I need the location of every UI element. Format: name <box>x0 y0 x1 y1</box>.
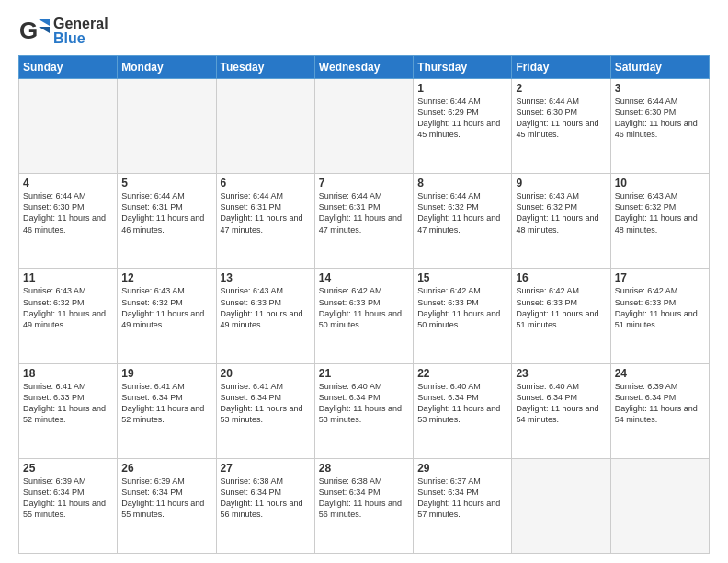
cell-content: Sunrise: 6:38 AMSunset: 6:34 PMDaylight:… <box>319 476 409 521</box>
calendar-cell <box>512 458 610 553</box>
calendar-week-2: 11Sunrise: 6:43 AMSunset: 6:32 PMDayligh… <box>19 269 710 363</box>
calendar-cell: 17Sunrise: 6:42 AMSunset: 6:33 PMDayligh… <box>610 269 709 363</box>
day-number: 8 <box>417 177 507 190</box>
cell-content: Sunrise: 6:44 AMSunset: 6:31 PMDaylight:… <box>121 190 211 236</box>
calendar-cell: 6Sunrise: 6:44 AMSunset: 6:31 PMDaylight… <box>216 174 314 269</box>
day-number: 1 <box>417 82 507 95</box>
day-number: 25 <box>23 462 113 475</box>
calendar-header-thursday: Thursday <box>414 56 512 79</box>
logo-blue-text: Blue <box>53 30 108 47</box>
calendar-week-4: 25Sunrise: 6:39 AMSunset: 6:34 PMDayligh… <box>19 458 710 553</box>
cell-content: Sunrise: 6:43 AMSunset: 6:32 PMDaylight:… <box>615 190 705 236</box>
page: G General Blue SundayMondayTuesdayWednes… <box>0 0 728 563</box>
calendar-cell: 19Sunrise: 6:41 AMSunset: 6:34 PMDayligh… <box>118 363 216 458</box>
cell-content: Sunrise: 6:40 AMSunset: 6:34 PMDaylight:… <box>516 381 606 426</box>
day-number: 18 <box>23 367 113 380</box>
svg-marker-1 <box>39 19 50 26</box>
day-number: 23 <box>516 367 606 380</box>
header: G General Blue <box>18 15 710 48</box>
calendar-cell: 3Sunrise: 6:44 AMSunset: 6:30 PMDaylight… <box>610 79 709 174</box>
cell-content: Sunrise: 6:37 AMSunset: 6:34 PMDaylight:… <box>417 476 507 521</box>
cell-content: Sunrise: 6:43 AMSunset: 6:32 PMDaylight:… <box>516 190 606 236</box>
logo-svg: G <box>18 15 51 48</box>
calendar-cell: 18Sunrise: 6:41 AMSunset: 6:33 PMDayligh… <box>19 363 118 458</box>
day-number: 24 <box>615 367 705 380</box>
day-number: 15 <box>417 271 507 284</box>
calendar-header-sunday: Sunday <box>19 56 118 79</box>
day-number: 7 <box>319 177 409 190</box>
calendar-cell <box>216 79 314 174</box>
calendar-cell <box>19 79 118 174</box>
day-number: 16 <box>516 271 606 284</box>
cell-content: Sunrise: 6:41 AMSunset: 6:33 PMDaylight:… <box>23 381 113 426</box>
day-number: 21 <box>319 367 409 380</box>
logo: G General Blue <box>18 15 108 48</box>
day-number: 19 <box>121 367 211 380</box>
day-number: 13 <box>221 271 311 284</box>
day-number: 29 <box>417 462 507 475</box>
calendar-cell: 23Sunrise: 6:40 AMSunset: 6:34 PMDayligh… <box>512 363 610 458</box>
calendar-cell <box>314 79 413 174</box>
calendar-cell: 15Sunrise: 6:42 AMSunset: 6:33 PMDayligh… <box>414 269 512 363</box>
cell-content: Sunrise: 6:40 AMSunset: 6:34 PMDaylight:… <box>417 381 507 426</box>
calendar-cell <box>610 458 709 553</box>
calendar-cell: 28Sunrise: 6:38 AMSunset: 6:34 PMDayligh… <box>314 458 413 553</box>
calendar-cell: 27Sunrise: 6:38 AMSunset: 6:34 PMDayligh… <box>216 458 314 553</box>
calendar-cell: 8Sunrise: 6:44 AMSunset: 6:32 PMDaylight… <box>414 174 512 269</box>
day-number: 3 <box>615 82 705 95</box>
day-number: 28 <box>319 462 409 475</box>
cell-content: Sunrise: 6:44 AMSunset: 6:31 PMDaylight:… <box>221 190 311 236</box>
calendar-cell: 21Sunrise: 6:40 AMSunset: 6:34 PMDayligh… <box>314 363 413 458</box>
svg-marker-2 <box>39 27 50 33</box>
cell-content: Sunrise: 6:43 AMSunset: 6:33 PMDaylight:… <box>221 285 311 330</box>
cell-content: Sunrise: 6:44 AMSunset: 6:30 PMDaylight:… <box>615 96 705 141</box>
calendar-cell: 22Sunrise: 6:40 AMSunset: 6:34 PMDayligh… <box>414 363 512 458</box>
cell-content: Sunrise: 6:38 AMSunset: 6:34 PMDaylight:… <box>221 476 311 521</box>
calendar-cell: 24Sunrise: 6:39 AMSunset: 6:34 PMDayligh… <box>610 363 709 458</box>
cell-content: Sunrise: 6:43 AMSunset: 6:32 PMDaylight:… <box>23 285 113 330</box>
cell-content: Sunrise: 6:42 AMSunset: 6:33 PMDaylight:… <box>516 285 606 330</box>
cell-content: Sunrise: 6:42 AMSunset: 6:33 PMDaylight:… <box>417 285 507 330</box>
day-number: 10 <box>615 177 705 190</box>
cell-content: Sunrise: 6:44 AMSunset: 6:31 PMDaylight:… <box>319 190 409 236</box>
calendar-header-tuesday: Tuesday <box>216 56 314 79</box>
day-number: 4 <box>23 177 113 190</box>
day-number: 22 <box>417 367 507 380</box>
calendar-header-saturday: Saturday <box>610 56 709 79</box>
day-number: 20 <box>221 367 311 380</box>
cell-content: Sunrise: 6:39 AMSunset: 6:34 PMDaylight:… <box>23 476 113 521</box>
calendar-cell: 16Sunrise: 6:42 AMSunset: 6:33 PMDayligh… <box>512 269 610 363</box>
calendar-header-row: SundayMondayTuesdayWednesdayThursdayFrid… <box>19 56 710 79</box>
calendar-cell: 7Sunrise: 6:44 AMSunset: 6:31 PMDaylight… <box>314 174 413 269</box>
calendar-cell: 14Sunrise: 6:42 AMSunset: 6:33 PMDayligh… <box>314 269 413 363</box>
calendar-header-friday: Friday <box>512 56 610 79</box>
cell-content: Sunrise: 6:44 AMSunset: 6:29 PMDaylight:… <box>417 96 507 141</box>
calendar-cell: 13Sunrise: 6:43 AMSunset: 6:33 PMDayligh… <box>216 269 314 363</box>
calendar-cell: 2Sunrise: 6:44 AMSunset: 6:30 PMDaylight… <box>512 79 610 174</box>
day-number: 12 <box>121 271 211 284</box>
calendar-week-1: 4Sunrise: 6:44 AMSunset: 6:30 PMDaylight… <box>19 174 710 269</box>
calendar-cell <box>118 79 216 174</box>
calendar-week-0: 1Sunrise: 6:44 AMSunset: 6:29 PMDaylight… <box>19 79 710 174</box>
day-number: 14 <box>319 271 409 284</box>
cell-content: Sunrise: 6:39 AMSunset: 6:34 PMDaylight:… <box>121 476 211 521</box>
cell-content: Sunrise: 6:42 AMSunset: 6:33 PMDaylight:… <box>319 285 409 330</box>
day-number: 6 <box>221 177 311 190</box>
cell-content: Sunrise: 6:41 AMSunset: 6:34 PMDaylight:… <box>121 381 211 426</box>
day-number: 2 <box>516 82 606 95</box>
cell-content: Sunrise: 6:40 AMSunset: 6:34 PMDaylight:… <box>319 381 409 426</box>
calendar-cell: 11Sunrise: 6:43 AMSunset: 6:32 PMDayligh… <box>19 269 118 363</box>
cell-content: Sunrise: 6:44 AMSunset: 6:32 PMDaylight:… <box>417 190 507 236</box>
cell-content: Sunrise: 6:39 AMSunset: 6:34 PMDaylight:… <box>615 381 705 426</box>
day-number: 27 <box>221 462 311 475</box>
cell-content: Sunrise: 6:44 AMSunset: 6:30 PMDaylight:… <box>23 190 113 236</box>
calendar-table: SundayMondayTuesdayWednesdayThursdayFrid… <box>18 55 710 554</box>
calendar-cell: 10Sunrise: 6:43 AMSunset: 6:32 PMDayligh… <box>610 174 709 269</box>
calendar-week-3: 18Sunrise: 6:41 AMSunset: 6:33 PMDayligh… <box>19 363 710 458</box>
calendar-cell: 1Sunrise: 6:44 AMSunset: 6:29 PMDaylight… <box>414 79 512 174</box>
calendar-cell: 5Sunrise: 6:44 AMSunset: 6:31 PMDaylight… <box>118 174 216 269</box>
calendar-header-wednesday: Wednesday <box>314 56 413 79</box>
calendar-cell: 9Sunrise: 6:43 AMSunset: 6:32 PMDaylight… <box>512 174 610 269</box>
calendar-cell: 29Sunrise: 6:37 AMSunset: 6:34 PMDayligh… <box>414 458 512 553</box>
calendar-cell: 25Sunrise: 6:39 AMSunset: 6:34 PMDayligh… <box>19 458 118 553</box>
